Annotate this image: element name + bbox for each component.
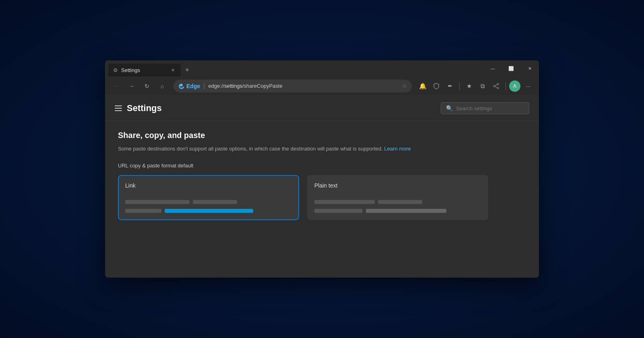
quill-icon-btn[interactable]: ✒ — [444, 80, 456, 92]
svg-line-4 — [495, 87, 497, 88]
address-url: edge://settings/shareCopyPaste — [208, 83, 399, 89]
settings-title-area: Settings — [115, 103, 162, 113]
plain-bar-3 — [314, 209, 363, 213]
settings-tab[interactable]: ⚙ Settings ✕ — [108, 64, 181, 76]
tabs-area: ⚙ Settings ✕ + — [105, 60, 483, 76]
forward-button[interactable]: → — [125, 80, 138, 93]
svg-point-1 — [497, 87, 499, 89]
plain-card-decoration — [314, 200, 481, 213]
hamburger-menu-icon[interactable] — [115, 105, 122, 111]
favorites-icon-btn[interactable]: ★ — [463, 80, 475, 92]
title-bar: ⚙ Settings ✕ + — ⬜ ✕ — [105, 60, 539, 76]
plain-line-2 — [314, 209, 481, 213]
section-title: Share, copy, and paste — [118, 131, 526, 140]
link-bar-3 — [125, 209, 161, 213]
browser-window: ⚙ Settings ✕ + — ⬜ ✕ ← → ↻ ⌂ Edge | — [105, 60, 539, 278]
link-bar-2 — [193, 200, 237, 204]
svg-point-2 — [493, 85, 495, 87]
svg-point-0 — [497, 83, 499, 85]
minimize-button[interactable]: — — [483, 60, 502, 76]
link-option-card[interactable]: Link — [118, 175, 299, 220]
plain-bar-2 — [378, 200, 422, 204]
edge-logo: Edge — [178, 83, 200, 89]
shield-icon-btn[interactable] — [430, 80, 442, 92]
settings-page-title: Settings — [127, 103, 162, 113]
alert-icon-btn[interactable]: 🔔 — [417, 80, 429, 92]
share-icon-btn[interactable] — [490, 80, 502, 92]
toolbar-icons: 🔔 ✒ ★ ⧉ A ··· — [417, 80, 534, 92]
profile-avatar[interactable]: A — [509, 80, 520, 92]
home-button[interactable]: ⌂ — [156, 80, 169, 93]
plain-card-title: Plain text — [314, 182, 481, 189]
window-controls: — ⬜ ✕ — [483, 60, 539, 76]
link-line-1 — [125, 200, 292, 204]
search-settings-box[interactable]: 🔍 — [441, 102, 529, 114]
back-button[interactable]: ← — [110, 80, 123, 93]
address-bar[interactable]: Edge | edge://settings/shareCopyPaste ☆ — [173, 80, 412, 93]
format-options: Link — [118, 175, 526, 220]
search-settings-input[interactable] — [456, 105, 524, 111]
content-area: Settings 🔍 Share, copy, and paste Some p… — [105, 96, 539, 278]
section-description: Some paste destinations don't support al… — [118, 145, 526, 153]
plain-line-1 — [314, 200, 481, 204]
collections-icon-btn[interactable]: ⧉ — [477, 80, 489, 92]
more-tools-button[interactable]: ··· — [522, 80, 534, 92]
svg-line-3 — [495, 84, 497, 86]
learn-more-link[interactable]: Learn more — [384, 146, 411, 152]
link-bar-1 — [125, 200, 190, 204]
maximize-button[interactable]: ⬜ — [502, 60, 520, 76]
link-card-title: Link — [125, 182, 292, 189]
nav-bar: ← → ↻ ⌂ Edge | edge://settings/shareCopy… — [105, 76, 539, 96]
link-line-2 — [125, 209, 292, 213]
address-star-icon[interactable]: ☆ — [402, 83, 407, 89]
settings-content: Share, copy, and paste Some paste destin… — [105, 121, 539, 278]
settings-tab-icon: ⚙ — [113, 67, 118, 73]
plain-bar-1 — [314, 200, 375, 204]
search-settings-icon: 🔍 — [446, 105, 453, 111]
settings-tab-title: Settings — [121, 67, 166, 73]
toolbar-separator-2 — [506, 82, 506, 90]
tab-close-button[interactable]: ✕ — [169, 67, 176, 73]
settings-main: Settings 🔍 Share, copy, and paste Some p… — [105, 96, 539, 278]
close-button[interactable]: ✕ — [520, 60, 539, 76]
toolbar-separator — [459, 82, 460, 90]
refresh-button[interactable]: ↻ — [140, 80, 153, 93]
link-bar-blue — [165, 209, 253, 213]
plain-bar-4 — [366, 209, 446, 213]
plain-text-option-card[interactable]: Plain text — [307, 175, 488, 220]
address-separator: | — [203, 82, 205, 90]
subsection-title: URL copy & paste format default — [118, 163, 526, 169]
settings-header: Settings 🔍 — [105, 96, 539, 121]
new-tab-button[interactable]: + — [181, 64, 194, 76]
link-card-decoration — [125, 200, 292, 213]
